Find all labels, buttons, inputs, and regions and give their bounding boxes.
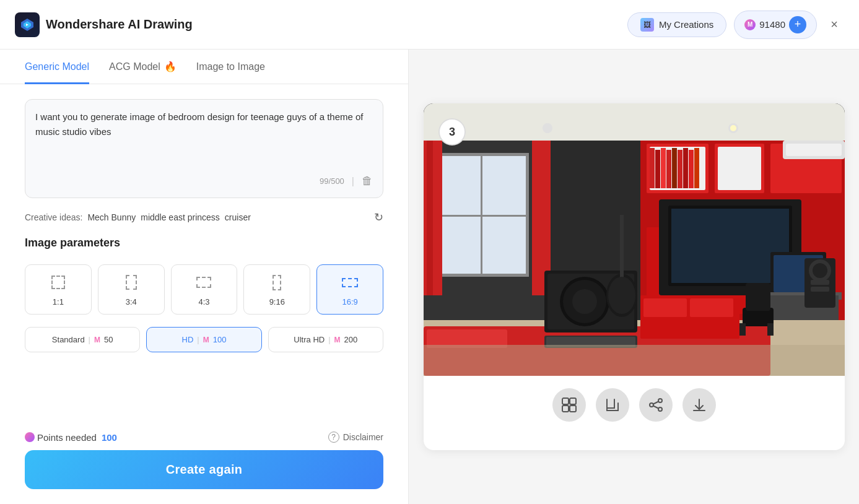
my-creations-label: My Creations <box>659 19 713 30</box>
svg-rect-64 <box>694 148 699 188</box>
image-number-badge: 3 <box>438 118 466 146</box>
prompt-text[interactable]: I want you to generate image of bedroom … <box>35 110 373 139</box>
app-branding: Wondershare AI Drawing <box>15 12 193 37</box>
regenerate-button[interactable] <box>552 388 586 422</box>
svg-point-73 <box>658 399 662 402</box>
model-tabs: Generic Model ACG Model 🔥 Image to Image <box>0 50 408 84</box>
image-parameters-section: Image parameters <box>25 237 383 252</box>
ratio-4-3-icon <box>194 272 214 292</box>
svg-rect-69 <box>562 398 569 404</box>
left-panel-inner: I want you to generate image of bedroom … <box>0 84 408 422</box>
main-content: Generic Model ACG Model 🔥 Image to Image… <box>0 50 859 504</box>
points-info-row: Points needed 100 ? Disclaimer <box>25 432 383 443</box>
points-icon: M <box>744 19 756 30</box>
svg-rect-67 <box>739 323 746 336</box>
svg-point-74 <box>658 407 662 411</box>
quality-m-icon-standard: M <box>94 336 100 344</box>
creative-tag-middle-east-princess[interactable]: middle east princess <box>141 212 220 222</box>
app-logo <box>15 12 40 37</box>
svg-rect-61 <box>678 150 682 188</box>
svg-rect-66 <box>746 283 770 311</box>
my-creations-button[interactable]: 🖼 My Creations <box>627 12 726 37</box>
share-button[interactable] <box>639 388 673 422</box>
ratio-9-16-icon <box>267 272 287 292</box>
quality-btn-hd[interactable]: HD | M 100 <box>146 327 261 352</box>
svg-rect-60 <box>672 148 677 188</box>
generated-image: 3 <box>424 103 845 376</box>
svg-rect-58 <box>661 148 666 188</box>
svg-line-76 <box>653 402 658 404</box>
ratio-btn-9-16[interactable]: 9:16 <box>243 264 310 315</box>
scene-svg <box>424 103 845 376</box>
svg-rect-34 <box>811 287 829 292</box>
ratio-btn-16-9[interactable]: 16:9 <box>316 264 383 315</box>
right-panel: 3 <box>409 50 859 504</box>
create-again-button[interactable]: Create again <box>25 450 383 489</box>
image-card: 3 <box>424 103 845 450</box>
clear-prompt-button[interactable]: 🗑 <box>362 175 373 188</box>
points-needed: Points needed 100 <box>25 432 117 443</box>
tab-generic-model[interactable]: Generic Model <box>25 50 89 84</box>
bottom-area: Points needed 100 ? Disclaimer Create ag… <box>0 422 408 504</box>
quality-btn-ultra-hd[interactable]: Ultra HD | M 200 <box>268 327 383 352</box>
svg-point-39 <box>572 289 597 314</box>
action-buttons <box>552 388 716 422</box>
creative-ideas-row: Creative ideas: Mech Bunny middle east p… <box>25 211 383 224</box>
svg-rect-50 <box>424 345 845 376</box>
svg-rect-57 <box>655 150 660 188</box>
points-needed-value: 100 <box>102 432 117 443</box>
svg-rect-52 <box>786 144 842 156</box>
ratio-16-9-icon <box>340 272 360 292</box>
disclaimer-icon: ? <box>328 432 339 443</box>
divider: | <box>352 176 354 187</box>
prompt-container: I want you to generate image of bedroom … <box>25 99 383 198</box>
disclaimer-button[interactable]: ? Disclaimer <box>328 432 383 443</box>
fire-icon: 🔥 <box>164 61 177 72</box>
quality-row: Standard | M 50 HD | M 100 Ultra HD | M … <box>25 327 383 352</box>
char-count: 99/500 <box>320 176 344 186</box>
topbar: Wondershare AI Drawing 🖼 My Creations M … <box>0 0 859 50</box>
add-points-button[interactable]: + <box>789 16 806 33</box>
svg-rect-12 <box>481 153 482 277</box>
creative-tag-cruiser[interactable]: cruiser <box>225 212 251 222</box>
tab-image-to-image[interactable]: Image to Image <box>196 50 265 84</box>
points-button[interactable]: M 91480 + <box>734 11 817 39</box>
tab-acg-model[interactable]: ACG Model 🔥 <box>109 50 177 84</box>
svg-rect-1 <box>424 103 845 141</box>
svg-rect-47 <box>690 298 733 317</box>
svg-rect-14 <box>427 141 433 295</box>
svg-rect-46 <box>643 298 687 317</box>
topbar-actions: 🖼 My Creations M 91480 + × <box>627 11 844 39</box>
svg-rect-68 <box>767 323 774 336</box>
svg-point-54 <box>730 125 736 131</box>
close-button[interactable]: × <box>824 15 844 35</box>
svg-point-55 <box>543 123 552 133</box>
ratio-btn-1-1[interactable]: 1:1 <box>25 264 92 315</box>
my-creations-icon: 🖼 <box>640 18 654 32</box>
svg-point-75 <box>650 403 653 407</box>
svg-rect-33 <box>811 280 829 285</box>
svg-rect-62 <box>683 148 688 188</box>
quality-btn-standard[interactable]: Standard | M 50 <box>25 327 140 352</box>
svg-rect-63 <box>689 150 694 188</box>
prompt-footer: 99/500 | 🗑 <box>35 175 373 188</box>
creative-tag-mech-bunny[interactable]: Mech Bunny <box>87 212 136 222</box>
ratio-btn-4-3[interactable]: 4:3 <box>171 264 238 315</box>
quality-m-icon-hd: M <box>203 336 209 344</box>
quality-m-icon-ultra-hd: M <box>334 336 341 344</box>
crop-button[interactable] <box>596 388 629 422</box>
ratio-btn-3-4[interactable]: 3:4 <box>98 264 165 315</box>
svg-rect-71 <box>562 406 569 412</box>
svg-rect-59 <box>666 150 671 188</box>
ratio-1-1-icon <box>48 272 68 292</box>
refresh-ideas-button[interactable]: ↻ <box>374 211 383 224</box>
creative-ideas-label: Creative ideas: <box>25 212 82 222</box>
svg-rect-70 <box>570 398 576 404</box>
svg-rect-56 <box>650 148 655 188</box>
image-parameters-title: Image parameters <box>25 237 383 250</box>
svg-rect-21 <box>718 147 761 190</box>
download-button[interactable] <box>682 388 716 422</box>
points-value: 91480 <box>759 19 785 30</box>
ratio-grid: 1:1 3:4 4:3 <box>25 264 383 315</box>
svg-rect-72 <box>570 406 576 412</box>
